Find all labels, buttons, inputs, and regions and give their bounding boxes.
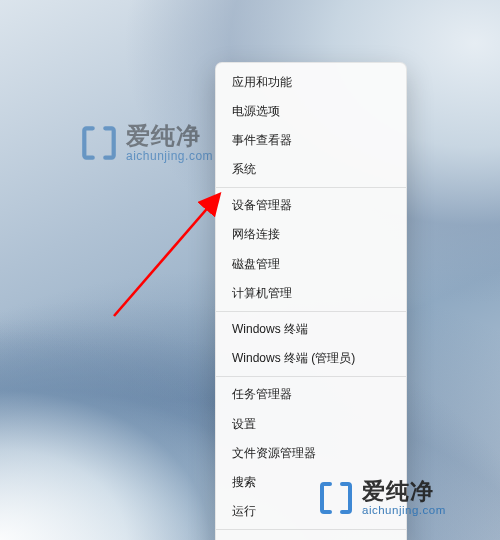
- menu-item-search[interactable]: 搜索: [216, 467, 406, 496]
- menu-item-apps-and-features[interactable]: 应用和功能: [216, 67, 406, 96]
- menu-item-power-options[interactable]: 电源选项: [216, 96, 406, 125]
- menu-item-computer-management[interactable]: 计算机管理: [216, 278, 406, 307]
- menu-item-run[interactable]: 运行: [216, 497, 406, 526]
- menu-item-windows-terminal[interactable]: Windows 终端: [216, 315, 406, 344]
- winx-context-menu: 应用和功能 电源选项 事件查看器 系统 设备管理器 网络连接 磁盘管理 计算机管…: [215, 62, 407, 540]
- menu-item-settings[interactable]: 设置: [216, 409, 406, 438]
- menu-separator: [216, 376, 406, 377]
- menu-item-task-manager[interactable]: 任务管理器: [216, 380, 406, 409]
- menu-item-network-connections[interactable]: 网络连接: [216, 220, 406, 249]
- menu-item-event-viewer[interactable]: 事件查看器: [216, 125, 406, 154]
- menu-separator: [216, 311, 406, 312]
- menu-separator: [216, 187, 406, 188]
- menu-item-system[interactable]: 系统: [216, 155, 406, 184]
- menu-item-disk-management[interactable]: 磁盘管理: [216, 249, 406, 278]
- menu-item-device-manager[interactable]: 设备管理器: [216, 191, 406, 220]
- menu-item-shutdown-or-signout[interactable]: 关机或注销: [216, 533, 406, 540]
- menu-item-file-explorer[interactable]: 文件资源管理器: [216, 438, 406, 467]
- menu-separator: [216, 529, 406, 530]
- menu-item-windows-terminal-admin[interactable]: Windows 终端 (管理员): [216, 344, 406, 373]
